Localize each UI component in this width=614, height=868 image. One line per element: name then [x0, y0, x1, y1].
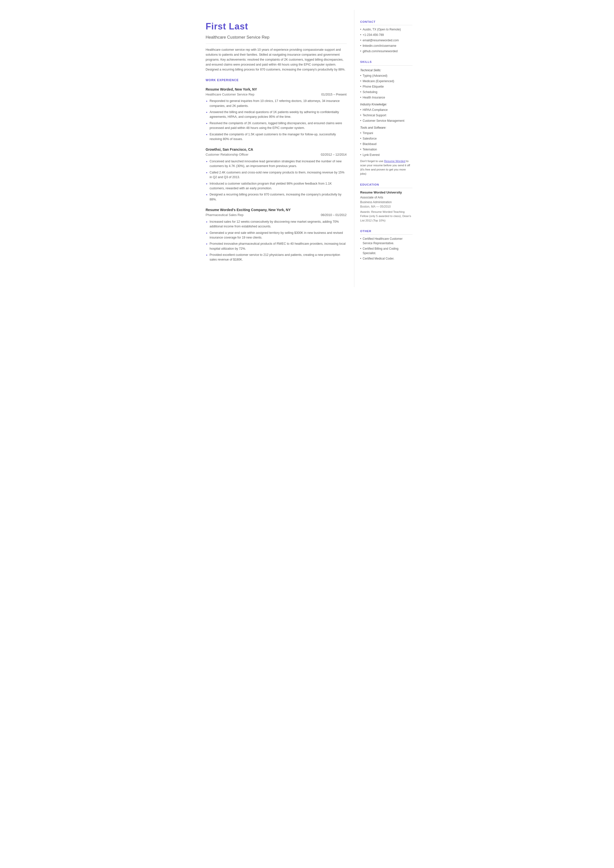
contact-item: linkedin.com/in/username — [360, 43, 412, 48]
other-title: OTHER — [360, 229, 412, 234]
job-role: Pharmaceutical Sales Rep — [206, 213, 243, 217]
skills-section: SKILLS Technical Skills:Typing (Advanced… — [360, 60, 412, 176]
skills-category-label: Industry Knowledge: — [360, 102, 412, 107]
edu-degree: Associate of Arts — [360, 195, 412, 200]
job-role: Healthcare Customer Service Rep — [206, 92, 254, 97]
job-bullet: Increased sales for 12 weeks consecutive… — [210, 219, 347, 229]
education-section: EDUCATION Resume Worded University Assoc… — [360, 183, 412, 223]
job-bullets: Responded to general inquiries from 10 c… — [210, 99, 347, 141]
contact-section: CONTACT Austin, TX (Open to Remote)+1-23… — [360, 20, 412, 53]
skill-item: Salesforce — [360, 136, 412, 141]
skill-item: Telemation — [360, 147, 412, 152]
skill-item: Typing (Advanced) — [360, 73, 412, 78]
other-item: Certified Healthcare Customer Service Re… — [360, 236, 412, 245]
contact-item: +1-234-456-789 — [360, 33, 412, 37]
job-bullet: Provided excellent customer service to 2… — [210, 253, 347, 262]
skills-list: TimpaniSalesforceBlackbaudTelemationLynk… — [360, 131, 412, 157]
job-header: Customer Relationship Officer02/2012 – 1… — [206, 152, 347, 157]
skills-list: Typing (Advanced)Medicare (Experienced)P… — [360, 73, 412, 100]
promo-text: Don't forget to use Resume Worded to sca… — [360, 159, 412, 176]
job-bullet: Answered the billing and medical questio… — [210, 110, 347, 120]
other-list: Certified Healthcare Customer Service Re… — [360, 236, 412, 261]
skills-category-label: Technical Skills: — [360, 68, 412, 73]
skills-title: SKILLS — [360, 60, 412, 65]
job-date: 01/2015 – Present — [321, 92, 346, 97]
job-bullet: Conceived and launched innovative lead g… — [210, 159, 347, 169]
main-column: First Last Healthcare Customer Service R… — [196, 10, 354, 287]
summary-text: Healthcare customer service rep with 10 … — [206, 47, 347, 72]
job-company: Resume Worded, New York, NY — [206, 87, 347, 92]
job-block: Resume Worded's Exciting Company, New Yo… — [206, 207, 347, 262]
job-company: Resume Worded's Exciting Company, New Yo… — [206, 207, 347, 213]
job-bullet: Generated a year-end sale within assigne… — [210, 231, 347, 240]
skill-item: Technical Support — [360, 113, 412, 118]
work-experience-title: WORK EXPERIENCE — [206, 78, 347, 83]
promo-prefix: Don't forget to use — [360, 160, 384, 163]
resume-page: First Last Healthcare Customer Service R… — [196, 0, 419, 297]
resume-worded-link[interactable]: Resume Worded — [384, 160, 405, 163]
job-bullet: Introduced a customer satisfaction progr… — [210, 182, 347, 191]
job-block: Resume Worded, New York, NYHealthcare Cu… — [206, 87, 347, 142]
skills-category-label: Tools and Software: — [360, 126, 412, 130]
other-item: Certified Billing and Coding Specialist. — [360, 247, 412, 255]
job-bullets: Conceived and launched innovative lead g… — [210, 159, 347, 202]
job-company: Growthsi, San Francisco, CA — [206, 147, 347, 152]
candidate-name: First Last — [206, 20, 347, 33]
job-role: Customer Relationship Officer — [206, 152, 248, 157]
edu-awards: Awards: Resume Worded Teaching Fellow (o… — [360, 210, 412, 223]
other-item: Certified Medical Coder. — [360, 256, 412, 261]
job-bullets: Increased sales for 12 weeks consecutive… — [210, 219, 347, 262]
sidebar: CONTACT Austin, TX (Open to Remote)+1-23… — [354, 10, 419, 287]
edu-field: Business Administration — [360, 200, 412, 204]
skill-item: Phone Etiquette — [360, 84, 412, 89]
contact-title: CONTACT — [360, 20, 412, 25]
candidate-job-title: Healthcare Customer Service Rep — [206, 34, 347, 44]
edu-location: Boston, MA — 05/2010 — [360, 204, 412, 209]
education-title: EDUCATION — [360, 183, 412, 188]
contact-item: Austin, TX (Open to Remote) — [360, 27, 412, 32]
other-section: OTHER Certified Healthcare Customer Serv… — [360, 229, 412, 261]
job-bullet: Responded to general inquiries from 10 c… — [210, 99, 347, 109]
contact-list: Austin, TX (Open to Remote)+1-234-456-78… — [360, 27, 412, 53]
contact-item: email@resumeworded.com — [360, 38, 412, 43]
contact-item: github.com/resumeworded — [360, 49, 412, 53]
job-bullet: Resolved the complaints of 2K customers,… — [210, 121, 347, 130]
job-bullet: Designed a recurring billing process for… — [210, 192, 347, 202]
job-bullet: Escalated the complaints of 1.5K upset c… — [210, 132, 347, 142]
skills-container: Technical Skills:Typing (Advanced)Medica… — [360, 68, 412, 157]
skill-item: Lynk Everest — [360, 153, 412, 157]
skill-item: Blackbaud — [360, 142, 412, 146]
edu-school: Resume Worded University — [360, 190, 412, 195]
job-header: Healthcare Customer Service Rep01/2015 –… — [206, 92, 347, 97]
job-header: Pharmaceutical Sales Rep06/2010 – 01/201… — [206, 213, 347, 217]
job-block: Growthsi, San Francisco, CACustomer Rela… — [206, 147, 347, 202]
skill-item: Customer Service Management — [360, 118, 412, 123]
job-date: 02/2012 – 12/2014 — [321, 152, 346, 157]
job-bullet: Called 2.4K customers and cross-sold new… — [210, 170, 347, 180]
job-date: 06/2010 – 01/2012 — [321, 213, 346, 217]
skill-item: HIPAA Compliance — [360, 108, 412, 112]
work-experience-section: WORK EXPERIENCE Resume Worded, New York,… — [206, 78, 347, 262]
job-bullet: Promoted innovative pharmaceutical produ… — [210, 242, 347, 251]
skill-item: Timpani — [360, 131, 412, 135]
skill-item: Health Insurance — [360, 95, 412, 100]
skill-item: Scheduling — [360, 90, 412, 94]
skill-item: Medicare (Experienced) — [360, 79, 412, 83]
jobs-container: Resume Worded, New York, NYHealthcare Cu… — [206, 87, 347, 262]
skills-list: HIPAA ComplianceTechnical SupportCustome… — [360, 108, 412, 123]
